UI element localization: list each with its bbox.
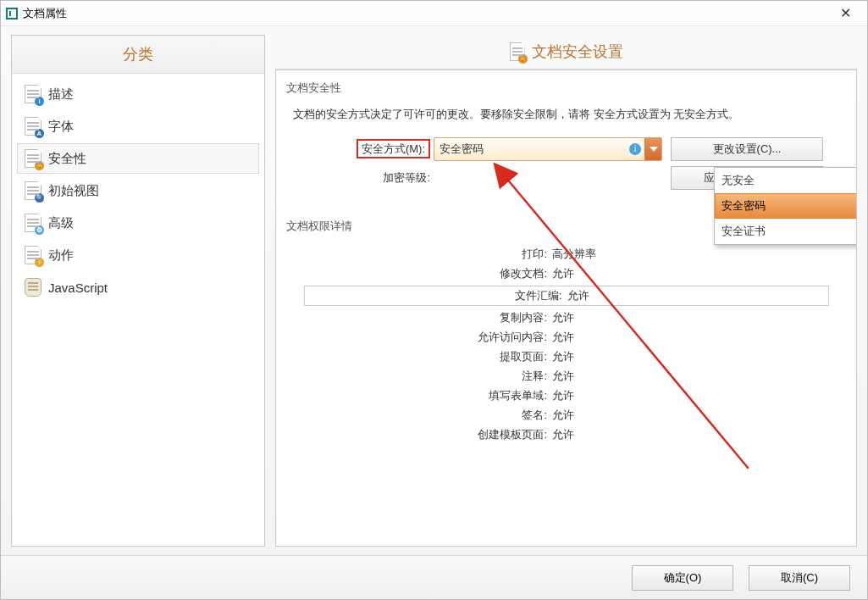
permission-label: 文件汇编: bbox=[305, 288, 567, 303]
page-lock-icon: 🔒 bbox=[25, 149, 41, 168]
category-list: i 描述 A 字体 🔒 安全性 🔍 初始视图 ⚙ 高级 bbox=[12, 74, 264, 309]
permission-label: 允许访问内容: bbox=[290, 330, 552, 345]
security-group-title: 文档安全性 bbox=[283, 75, 849, 101]
app-icon bbox=[6, 8, 18, 19]
permission-row: 创建模板页面:允许 bbox=[290, 427, 843, 442]
permission-value: 允许 bbox=[552, 330, 574, 345]
main-header: 🔒 文档安全设置 bbox=[275, 35, 857, 69]
change-settings-button[interactable]: 更改设置(C)... bbox=[671, 137, 823, 161]
permission-row: 填写表单域:允许 bbox=[290, 388, 843, 403]
permission-value: 高分辨率 bbox=[552, 247, 596, 262]
permission-label: 填写表单域: bbox=[290, 388, 552, 403]
permission-value: 允许 bbox=[552, 349, 574, 364]
dropdown-item-certificate[interactable]: 安全证书 bbox=[715, 219, 857, 244]
security-method-dropdown[interactable]: 无安全 安全密码 安全证书 bbox=[714, 167, 857, 245]
sidebar-item-label: 描述 bbox=[48, 86, 74, 103]
chevron-down-icon[interactable] bbox=[644, 138, 661, 160]
permission-row: 打印:高分辨率 bbox=[290, 247, 843, 262]
main-header-title: 文档安全设置 bbox=[532, 42, 623, 62]
permission-label: 注释: bbox=[290, 369, 552, 384]
cancel-button[interactable]: 取消(C) bbox=[749, 565, 850, 591]
scroll-icon bbox=[25, 278, 41, 297]
sidebar-item-javascript[interactable]: JavaScript bbox=[17, 272, 259, 303]
permission-value: 允许 bbox=[552, 266, 574, 281]
security-method-row: 安全方式(M): 安全密码 i 更改设置(C)... bbox=[290, 137, 843, 161]
encryption-level-label: 加密等级: bbox=[290, 170, 434, 186]
sidebar-item-label: 字体 bbox=[48, 119, 74, 135]
permission-label: 打印: bbox=[290, 247, 552, 262]
permission-value: 允许 bbox=[552, 388, 574, 403]
permission-value: 允许 bbox=[552, 408, 574, 423]
permissions-list: 打印:高分辨率修改文档:允许文件汇编:允许复制内容:允许允许访问内容:允许提取页… bbox=[283, 239, 849, 460]
permission-row: 文件汇编:允许 bbox=[304, 286, 829, 306]
main-content: 文档安全性 文档的安全方式决定了可许可的更改。要移除安全限制，请将 安全方式设置… bbox=[275, 69, 857, 547]
sidebar-item-actions[interactable]: ⚡ 动作 bbox=[17, 240, 259, 270]
sidebar-item-initial-view[interactable]: 🔍 初始视图 bbox=[17, 175, 259, 206]
dialog-footer: 确定(O) 取消(C) bbox=[1, 555, 867, 599]
sidebar-item-label: 高级 bbox=[48, 215, 74, 231]
sidebar-item-label: 初始视图 bbox=[48, 183, 99, 199]
permission-value: 允许 bbox=[552, 427, 574, 442]
sidebar-item-description[interactable]: i 描述 bbox=[17, 79, 259, 109]
category-header: 分类 bbox=[12, 36, 264, 74]
main-panel: 🔒 文档安全设置 文档安全性 文档的安全方式决定了可许可的更改。要移除安全限制，… bbox=[275, 35, 857, 547]
sidebar-item-label: JavaScript bbox=[48, 281, 108, 295]
dropdown-item-none[interactable]: 无安全 bbox=[715, 168, 857, 193]
info-icon: i bbox=[629, 143, 641, 155]
permission-row: 注释:允许 bbox=[290, 369, 843, 384]
page-bolt-icon: ⚡ bbox=[25, 246, 41, 264]
permission-row: 修改文档:允许 bbox=[290, 266, 843, 281]
window-title: 文档属性 bbox=[23, 6, 67, 21]
permission-row: 复制内容:允许 bbox=[290, 310, 843, 325]
permission-label: 签名: bbox=[290, 408, 552, 423]
sidebar-item-label: 安全性 bbox=[48, 151, 86, 167]
permission-value: 允许 bbox=[567, 288, 589, 303]
permission-label: 提取页面: bbox=[290, 349, 552, 364]
permissions-groupbox: 文档权限详情 打印:高分辨率修改文档:允许文件汇编:允许复制内容:允许允许访问内… bbox=[283, 214, 849, 460]
permission-row: 提取页面:允许 bbox=[290, 349, 843, 364]
category-panel: 分类 i 描述 A 字体 🔒 安全性 🔍 初始视图 bbox=[11, 35, 265, 547]
dialog-window: 文档属性 ✕ 分类 i 描述 A 字体 🔒 安全性 🔍 bbox=[0, 0, 868, 600]
dialog-body: 分类 i 描述 A 字体 🔒 安全性 🔍 初始视图 bbox=[1, 26, 867, 555]
permission-label: 创建模板页面: bbox=[290, 427, 552, 442]
security-method-label: 安全方式(M): bbox=[357, 139, 430, 158]
permission-value: 允许 bbox=[552, 310, 574, 325]
page-lock-icon: 🔒 bbox=[510, 42, 525, 61]
security-method-value: 安全密码 bbox=[440, 142, 484, 157]
permission-label: 修改文档: bbox=[290, 266, 552, 281]
sidebar-item-label: 动作 bbox=[48, 247, 74, 264]
security-method-combo[interactable]: 安全密码 i bbox=[434, 137, 662, 161]
close-button[interactable]: ✕ bbox=[828, 1, 862, 25]
page-info-icon: i bbox=[25, 85, 41, 103]
sidebar-item-security[interactable]: 🔒 安全性 bbox=[17, 143, 259, 174]
security-method-label-wrap: 安全方式(M): bbox=[290, 142, 434, 157]
page-gear-icon: ⚙ bbox=[25, 214, 41, 232]
titlebar: 文档属性 ✕ bbox=[1, 1, 867, 26]
permission-value: 允许 bbox=[552, 369, 574, 384]
permission-row: 允许访问内容:允许 bbox=[290, 330, 843, 345]
ok-button[interactable]: 确定(O) bbox=[632, 565, 733, 591]
security-description: 文档的安全方式决定了可许可的更改。要移除安全限制，请将 安全方式设置为 无安全方… bbox=[293, 106, 843, 124]
sidebar-item-advanced[interactable]: ⚙ 高级 bbox=[17, 208, 259, 238]
dropdown-item-password[interactable]: 安全密码 bbox=[715, 193, 857, 219]
permission-label: 复制内容: bbox=[290, 310, 552, 325]
page-font-icon: A bbox=[25, 117, 41, 136]
sidebar-item-fonts[interactable]: A 字体 bbox=[17, 111, 259, 142]
page-magnify-icon: 🔍 bbox=[25, 181, 41, 200]
permission-row: 签名:允许 bbox=[290, 408, 843, 423]
